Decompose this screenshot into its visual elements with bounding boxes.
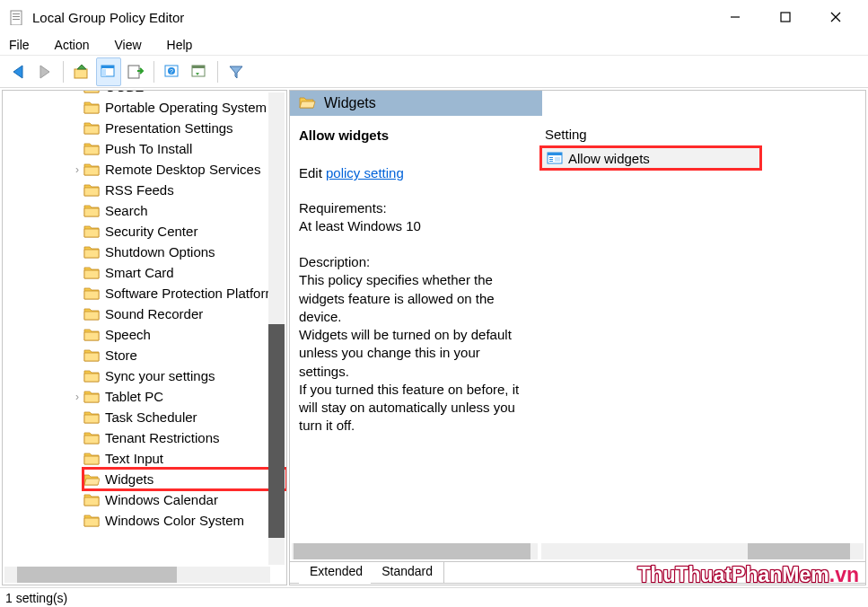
folder-open-icon	[299, 94, 317, 112]
folder-icon	[83, 368, 100, 384]
tree-item[interactable]: Windows Color System	[83, 510, 286, 531]
tree-item[interactable]: Widgets	[83, 469, 286, 489]
tree-item[interactable]: Shutdown Options	[83, 242, 286, 262]
tree-item-label: Tenant Restrictions	[105, 430, 220, 445]
tree-vertical-scrollbar[interactable]	[268, 92, 285, 565]
folder-icon	[83, 224, 100, 240]
settings-column: Setting Allow widgets	[539, 116, 865, 561]
tree-item-label: Store	[105, 347, 137, 363]
close-button[interactable]	[811, 1, 861, 33]
tree-item-label: Sync your settings	[105, 368, 215, 383]
tree-item-label: Tablet PC	[105, 389, 163, 404]
up-button[interactable]	[69, 57, 94, 86]
folder-icon	[83, 286, 100, 302]
status-text: 1 setting(s)	[5, 591, 67, 605]
chevron-right-icon[interactable]: ›	[71, 391, 83, 403]
tree-item-label: OOBE	[105, 91, 144, 94]
tree-item[interactable]: Windows Calendar	[83, 489, 286, 510]
tab-standard[interactable]: Standard	[371, 562, 444, 584]
tree-item[interactable]: Search	[83, 200, 286, 221]
tree-item-label: RSS Feeds	[105, 182, 174, 198]
folder-icon	[83, 120, 100, 136]
menu-file[interactable]: File	[0, 36, 42, 54]
tree-item-label: Windows Color System	[105, 513, 244, 528]
tree-item-label: Speech	[105, 327, 151, 342]
menu-action[interactable]: Action	[42, 36, 102, 54]
folder-icon	[83, 347, 100, 364]
maximize-button[interactable]	[760, 1, 811, 33]
description-column: Allow widgets Edit policy setting Requir…	[290, 116, 539, 561]
tree-item[interactable]: Speech	[83, 324, 286, 345]
tree-item[interactable]: Push To Install	[83, 138, 286, 159]
tree-item[interactable]: Sound Recorder	[83, 304, 286, 324]
tree-item[interactable]: Portable Operating System	[83, 97, 286, 118]
tree-item[interactable]: Task Scheduler	[83, 407, 286, 427]
show-hide-tree-button[interactable]	[96, 57, 121, 86]
menu-view[interactable]: View	[101, 36, 153, 54]
setting-row-label: Allow widgets	[568, 151, 650, 166]
folder-icon	[83, 162, 100, 178]
tree-item-label: Sound Recorder	[105, 306, 203, 321]
description-body: This policy specifies whether the widget…	[299, 271, 530, 435]
tree-item[interactable]: OOBE	[83, 91, 286, 97]
description-label: Description:	[299, 253, 530, 271]
minimize-button[interactable]	[710, 1, 760, 33]
tree-item-label: Shutdown Options	[105, 244, 215, 260]
settings-column-header[interactable]: Setting	[539, 127, 865, 147]
tree-pane: OOBEPortable Operating SystemPresentatio…	[2, 90, 287, 585]
folder-icon	[83, 492, 100, 508]
back-button[interactable]	[5, 57, 31, 86]
tree-item[interactable]: Store	[83, 345, 286, 365]
tree-item-label: Portable Operating System	[105, 100, 267, 115]
settings-horizontal-scrollbar[interactable]	[541, 543, 864, 559]
forward-button[interactable]	[32, 57, 57, 86]
tree-item-label: Widgets	[105, 471, 153, 487]
pane-header: Widgets	[290, 91, 865, 116]
tree-item[interactable]: Software Protection Platform	[83, 283, 286, 304]
tree-item[interactable]: ›Tablet PC	[83, 386, 286, 407]
tree-item-label: Presentation Settings	[105, 120, 233, 136]
tab-extended[interactable]: Extended	[299, 562, 374, 584]
tree-item[interactable]: ›Remote Desktop Services	[83, 159, 286, 180]
tree-item[interactable]: Sync your settings	[83, 365, 286, 386]
filter-button[interactable]	[224, 57, 249, 86]
tabs-row: Extended Standard	[290, 561, 865, 585]
setting-row[interactable]: Allow widgets	[541, 147, 760, 169]
tree-item[interactable]: Security Center	[83, 221, 286, 242]
chevron-right-icon[interactable]: ›	[71, 163, 83, 176]
selected-policy-name: Allow widgets	[299, 127, 530, 145]
menubar: File Action View Help	[0, 34, 868, 56]
toolbar-separator	[217, 61, 218, 83]
tree-item-label: Smart Card	[105, 265, 174, 280]
tree-item[interactable]: Text Input	[83, 448, 286, 469]
folder-icon	[83, 513, 100, 529]
tree-item-label: Push To Install	[105, 141, 192, 156]
tree-list[interactable]: OOBEPortable Operating SystemPresentatio…	[3, 91, 286, 531]
requirements-label: Requirements:	[299, 199, 530, 217]
content-pane: Widgets Allow widgets Edit policy settin…	[289, 90, 866, 585]
folder-icon	[83, 100, 100, 116]
folder-icon	[83, 141, 100, 157]
tree-horizontal-scrollbar[interactable]	[4, 567, 270, 583]
tree-item-label: Security Center	[105, 224, 197, 239]
tree-item[interactable]: Smart Card	[83, 262, 286, 283]
folder-icon	[83, 244, 100, 260]
preview-button[interactable]	[187, 57, 212, 86]
folder-icon	[83, 306, 100, 322]
folder-icon	[83, 451, 100, 467]
titlebar: Local Group Policy Editor	[0, 0, 868, 34]
setting-icon	[547, 150, 563, 166]
tree-item[interactable]: RSS Feeds	[83, 180, 286, 200]
description-horizontal-scrollbar[interactable]	[292, 543, 538, 559]
tree-item-label: Search	[105, 203, 148, 218]
tree-item[interactable]: Tenant Restrictions	[83, 427, 286, 448]
edit-policy-link[interactable]: policy setting	[326, 165, 404, 180]
export-list-button[interactable]	[123, 57, 148, 86]
menu-help[interactable]: Help	[154, 36, 206, 54]
tree-item[interactable]: Presentation Settings	[83, 118, 286, 138]
tree-item-label: Software Protection Platform	[105, 286, 276, 301]
help-button[interactable]	[160, 57, 185, 86]
toolbar	[0, 56, 868, 88]
edit-prefix: Edit	[299, 165, 326, 180]
tree-item-label: Windows Calendar	[105, 492, 218, 507]
